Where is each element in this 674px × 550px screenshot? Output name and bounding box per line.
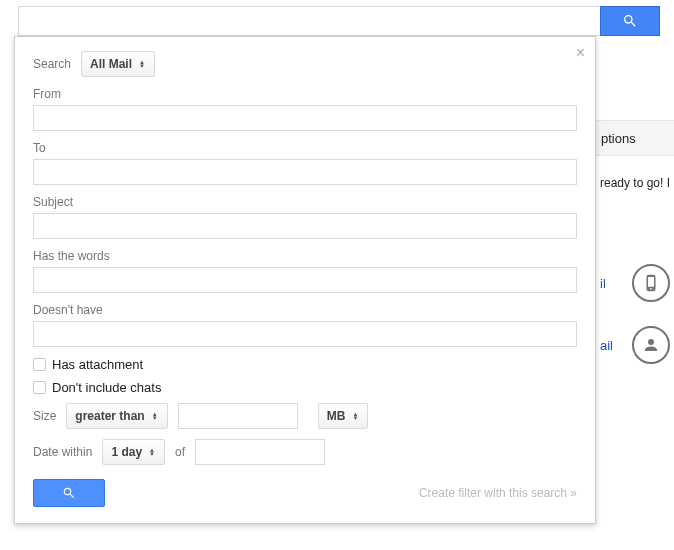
doesnthave-label: Doesn't have xyxy=(33,303,577,317)
size-operator-select[interactable]: greater than xyxy=(66,403,167,429)
create-filter-link[interactable]: Create filter with this search » xyxy=(419,486,577,500)
bg-link-1[interactable]: il xyxy=(600,276,606,291)
size-label: Size xyxy=(33,409,56,423)
advanced-search-panel: × Search All Mail From To Subject Has th… xyxy=(14,36,596,524)
person-icon xyxy=(642,336,660,354)
haswords-row: Has the words xyxy=(33,249,577,293)
dont-include-chats-checkbox[interactable] xyxy=(33,381,46,394)
panel-search-button[interactable] xyxy=(33,479,105,507)
has-attachment-label: Has attachment xyxy=(52,357,143,372)
from-input[interactable] xyxy=(33,105,577,131)
sort-arrows-icon xyxy=(351,412,359,420)
size-row: Size greater than MB xyxy=(33,403,577,429)
dont-include-chats-label: Don't include chats xyxy=(52,380,161,395)
date-input[interactable] xyxy=(195,439,325,465)
sort-arrows-icon xyxy=(138,60,146,68)
to-input[interactable] xyxy=(33,159,577,185)
has-attachment-row: Has attachment xyxy=(33,357,577,372)
bg-snippet-text: ready to go! I xyxy=(600,176,674,190)
from-label: From xyxy=(33,87,577,101)
bg-toolbar-text: ptions xyxy=(601,131,636,146)
of-label: of xyxy=(175,445,185,459)
size-unit-select[interactable]: MB xyxy=(318,403,369,429)
search-scope-row: Search All Mail xyxy=(33,51,577,77)
doesnthave-row: Doesn't have xyxy=(33,303,577,347)
dont-include-chats-row: Don't include chats xyxy=(33,380,577,395)
phone-icon xyxy=(642,274,660,292)
datewithin-select[interactable]: 1 day xyxy=(102,439,165,465)
size-unit-value: MB xyxy=(327,409,346,423)
top-search-bar xyxy=(18,6,660,36)
haswords-input[interactable] xyxy=(33,267,577,293)
main-search-button[interactable] xyxy=(600,6,660,36)
size-operator-value: greater than xyxy=(75,409,144,423)
person-circle-button[interactable] xyxy=(632,326,670,364)
close-icon[interactable]: × xyxy=(576,45,585,61)
subject-label: Subject xyxy=(33,195,577,209)
search-scope-label: Search xyxy=(33,57,71,71)
bg-toolbar: ptions xyxy=(595,120,674,156)
bg-link-2[interactable]: ail xyxy=(600,338,613,353)
to-label: To xyxy=(33,141,577,155)
search-scope-select[interactable]: All Mail xyxy=(81,51,155,77)
sort-arrows-icon xyxy=(148,448,156,456)
datewithin-value: 1 day xyxy=(111,445,142,459)
subject-row: Subject xyxy=(33,195,577,239)
subject-input[interactable] xyxy=(33,213,577,239)
search-icon xyxy=(622,13,638,29)
to-row: To xyxy=(33,141,577,185)
main-search-input[interactable] xyxy=(18,6,600,36)
search-scope-value: All Mail xyxy=(90,57,132,71)
datewithin-label: Date within xyxy=(33,445,92,459)
doesnthave-input[interactable] xyxy=(33,321,577,347)
has-attachment-checkbox[interactable] xyxy=(33,358,46,371)
from-row: From xyxy=(33,87,577,131)
panel-footer: Create filter with this search » xyxy=(33,479,577,507)
phone-circle-button[interactable] xyxy=(632,264,670,302)
datewithin-row: Date within 1 day of xyxy=(33,439,577,465)
size-value-input[interactable] xyxy=(178,403,298,429)
haswords-label: Has the words xyxy=(33,249,577,263)
search-icon xyxy=(62,486,76,500)
sort-arrows-icon xyxy=(151,412,159,420)
